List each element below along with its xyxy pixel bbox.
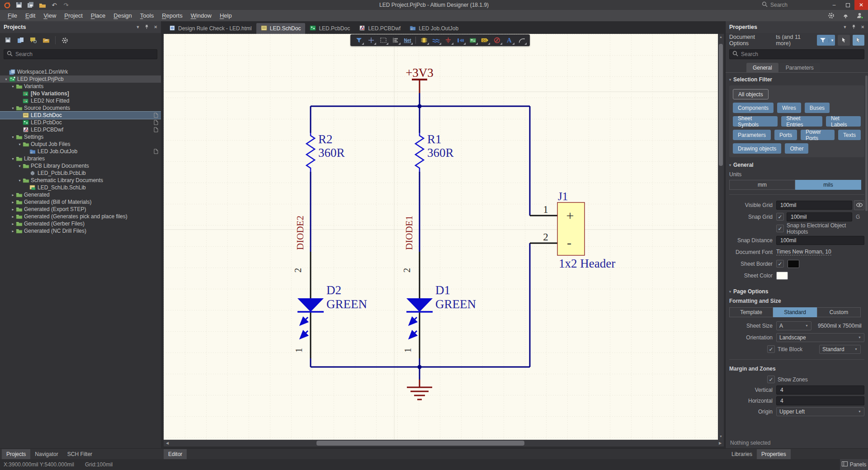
minimize-button[interactable]: – bbox=[827, 0, 841, 10]
sheet-color-swatch[interactable] bbox=[776, 272, 788, 280]
projects-search-input[interactable] bbox=[15, 51, 154, 57]
power-port-tool-icon[interactable] bbox=[455, 35, 466, 45]
filter-power-ports-button[interactable]: Power Ports bbox=[801, 130, 835, 140]
select-touch-button[interactable] bbox=[853, 35, 864, 46]
eye-icon[interactable] bbox=[854, 200, 864, 210]
units-mm-button[interactable]: mm bbox=[729, 180, 795, 190]
scroll-right-icon[interactable]: ▶ bbox=[717, 440, 724, 446]
tree-item-led-project-prjpcb[interactable]: ▾LED Project.PrjPcb bbox=[0, 75, 161, 83]
menu-file[interactable]: File bbox=[4, 10, 21, 21]
tree-item-led-pcbdoc[interactable]: LED.PcbDoc bbox=[0, 119, 161, 126]
expand-icon[interactable]: ▸ bbox=[10, 200, 15, 204]
tree-item-led-job-outjob[interactable]: LED Job.OutJob bbox=[0, 148, 161, 155]
project-refresh-icon[interactable] bbox=[41, 35, 52, 45]
user-account-icon[interactable] bbox=[855, 12, 864, 20]
horizontal-input[interactable] bbox=[776, 396, 864, 405]
bottom-tab-projects[interactable]: Projects bbox=[2, 449, 30, 459]
tree-item-generated-bill-of-materials[interactable]: ▸Generated (Bill of Materials) bbox=[0, 198, 161, 206]
filter-buses-button[interactable]: Buses bbox=[805, 103, 830, 113]
tree-item-variants[interactable]: ▾Variants bbox=[0, 83, 161, 90]
hotspot-snap-checkbox[interactable]: ✓ bbox=[776, 225, 784, 232]
menu-project[interactable]: Project bbox=[60, 10, 86, 21]
collapse-icon[interactable]: ▾ bbox=[17, 142, 22, 146]
tree-item-led-pcbdwf[interactable]: LED.PCBDwf bbox=[0, 126, 161, 133]
expand-icon[interactable]: ▸ bbox=[10, 215, 15, 219]
save-icon[interactable] bbox=[14, 1, 24, 9]
filter-components-button[interactable]: Components bbox=[733, 103, 774, 113]
open-folder-icon[interactable] bbox=[38, 1, 47, 9]
project-comment-icon[interactable] bbox=[28, 35, 39, 45]
mode-standard-button[interactable]: Standard bbox=[773, 307, 817, 317]
tab-general[interactable]: General bbox=[746, 63, 778, 72]
expand-icon[interactable]: ▸ bbox=[10, 207, 15, 212]
notifications-bell-icon[interactable] bbox=[841, 12, 850, 20]
bottom-tab-properties[interactable]: Properties bbox=[757, 449, 791, 459]
panel-chevron-down-icon[interactable]: ▼ bbox=[136, 25, 140, 29]
snap-distance-input[interactable] bbox=[776, 236, 864, 245]
expand-icon[interactable]: ▸ bbox=[10, 193, 15, 197]
tree-item-source-documents[interactable]: ▾Source Documents bbox=[0, 104, 161, 112]
collapse-icon[interactable]: ▾ bbox=[10, 157, 15, 161]
menu-help[interactable]: Help bbox=[216, 10, 236, 21]
page-options-section-header[interactable]: ▾ Page Options bbox=[726, 285, 868, 296]
close-button[interactable]: ✕ bbox=[854, 0, 868, 10]
panels-button[interactable]: Panels bbox=[840, 459, 868, 470]
collapse-icon[interactable]: ▾ bbox=[4, 77, 9, 81]
filter-texts-button[interactable]: Texts bbox=[838, 130, 861, 140]
undo-icon[interactable]: ↶ bbox=[50, 1, 59, 9]
selection-filter-header[interactable]: ▾ Selection Filter bbox=[726, 73, 868, 85]
tree-item-workspace1-dsnwrk[interactable]: Workspace1.DsnWrk bbox=[0, 68, 161, 75]
menu-view[interactable]: View bbox=[39, 10, 60, 21]
horizontal-scrollbar[interactable]: ◀ ▶ bbox=[164, 440, 724, 446]
snap-grid-checkbox[interactable]: ✓ bbox=[776, 213, 784, 221]
filter-other-button[interactable]: Other bbox=[785, 143, 808, 154]
bottom-tab-navigator[interactable]: Navigator bbox=[30, 449, 62, 459]
net-label-tool-icon[interactable]: Net bbox=[402, 35, 413, 45]
global-search[interactable]: Search bbox=[762, 1, 788, 9]
filter-dropdown-icon[interactable]: ▼ bbox=[829, 38, 835, 42]
document-tab-design-rule-check-led-html[interactable]: Design Rule Check - LED.html bbox=[165, 23, 256, 34]
tree-item-generated-export-step[interactable]: ▸Generated (Export STEP) bbox=[0, 206, 161, 213]
mode-custom-button[interactable]: Custom bbox=[817, 307, 861, 317]
snap-grid-input[interactable] bbox=[787, 212, 852, 221]
editor-tab[interactable]: Editor bbox=[164, 449, 187, 459]
designator-tool-icon[interactable]: D1 bbox=[479, 35, 491, 45]
bottom-tab-sch-filter[interactable]: SCH Filter bbox=[63, 449, 97, 459]
arc-tool-icon[interactable] bbox=[516, 35, 527, 45]
title-block-select[interactable]: Standard ▼ bbox=[819, 345, 861, 354]
menu-place[interactable]: Place bbox=[87, 10, 110, 21]
panel-chevron-down-icon[interactable]: ▼ bbox=[843, 25, 847, 29]
tree-item-generated-nc-drill-files[interactable]: ▸Generated (NC Drill Files) bbox=[0, 227, 161, 235]
filter-sheet-entries-button[interactable]: Sheet Entries bbox=[781, 116, 822, 127]
collapse-icon[interactable]: ▾ bbox=[17, 164, 22, 168]
filter-all-objects-button[interactable]: All objects bbox=[733, 89, 769, 99]
redo-icon[interactable]: ↷ bbox=[61, 1, 71, 9]
visible-grid-input[interactable] bbox=[776, 201, 852, 210]
tree-item-output-job-files[interactable]: ▾Output Job Files bbox=[0, 141, 161, 148]
filter-sheet-symbols-button[interactable]: Sheet Symbols bbox=[733, 116, 778, 127]
project-save-icon[interactable] bbox=[3, 35, 14, 45]
save-all-icon[interactable] bbox=[26, 1, 35, 9]
general-section-header[interactable]: ▾ General bbox=[726, 158, 868, 170]
document-tab-led-pcbdwf[interactable]: LED.PCBDwf bbox=[354, 23, 405, 34]
sheet-size-select[interactable]: A ▼ bbox=[776, 321, 811, 330]
mode-template-button[interactable]: Template bbox=[729, 307, 773, 317]
sheet-symbol-tool-icon[interactable] bbox=[467, 35, 478, 45]
settings-gear-icon[interactable] bbox=[826, 12, 835, 20]
tree-item-pcb-library-documents[interactable]: ▾PCB Library Documents bbox=[0, 162, 161, 169]
align-tool-icon[interactable] bbox=[390, 35, 401, 45]
tree-item-no-variations[interactable]: [No Variations] bbox=[0, 90, 161, 97]
project-settings-gear-icon[interactable] bbox=[59, 35, 70, 45]
maximize-button[interactable] bbox=[841, 0, 854, 10]
sheet-border-checkbox[interactable]: ✓ bbox=[776, 260, 784, 268]
move-tool-icon[interactable] bbox=[365, 35, 377, 45]
filter-ports-button[interactable]: Ports bbox=[774, 130, 797, 140]
selection-rect-tool-icon[interactable] bbox=[377, 35, 389, 45]
filter-tool-icon[interactable] bbox=[353, 35, 364, 45]
panel-close-icon[interactable]: ✕ bbox=[861, 25, 864, 29]
document-tab-led-pcbdoc[interactable]: LED.PcbDoc bbox=[305, 23, 354, 34]
bottom-tab-libraries[interactable]: Libraries bbox=[727, 449, 757, 459]
project-compare-icon[interactable] bbox=[15, 35, 26, 45]
properties-scroll-thumb[interactable] bbox=[865, 75, 868, 211]
gnd-port-tool-icon[interactable] bbox=[443, 35, 454, 45]
